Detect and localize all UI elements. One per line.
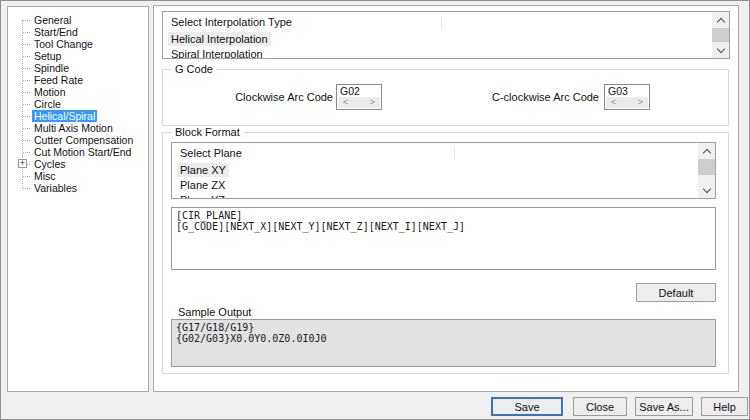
clockwise-arc-code-spinner[interactable]: G02 < > (336, 84, 382, 110)
expand-plus-icon[interactable]: + (18, 159, 27, 168)
default-button[interactable]: Default (636, 283, 716, 302)
tree-item-cycles[interactable]: + Cycles (8, 158, 148, 170)
spinner-next-icon[interactable]: > (370, 97, 375, 108)
category-tree-panel: General Start/End Tool Change Setup Spin… (7, 6, 149, 392)
scroll-down-icon[interactable] (712, 43, 729, 58)
sample-output-label: Sample Output (178, 306, 251, 318)
interpolation-list-header[interactable]: Select Interpolation Type (163, 12, 729, 32)
tree-item-cut-motion-start-end[interactable]: Cut Motion Start/End (8, 146, 148, 158)
tree-item-motion[interactable]: Motion (8, 86, 148, 98)
scrollbar-thumb[interactable] (712, 28, 729, 42)
list-item-plane-zx[interactable]: Plane ZX (172, 178, 715, 193)
cclockwise-arc-code-label: C-clockwise Arc Code (451, 91, 599, 103)
tree-item-circle[interactable]: Circle (8, 98, 148, 110)
list-item-plane-yz[interactable]: Plane YZ (172, 193, 715, 199)
gcode-group-label: G Code (171, 63, 217, 76)
tree-item-cutter-compensation[interactable]: Cutter Compensation (8, 134, 148, 146)
spinner-next-icon[interactable]: > (638, 97, 643, 108)
scrollbar-thumb[interactable] (698, 159, 715, 175)
list-item-plane-xy[interactable]: Plane XY (172, 163, 715, 178)
spinner-prev-icon[interactable]: < (611, 97, 616, 108)
list-item-spiral-interpolation[interactable]: Spiral Interpolation (163, 47, 729, 59)
tree-item-feed-rate[interactable]: Feed Rate (8, 74, 148, 86)
tree-item-setup[interactable]: Setup (8, 50, 148, 62)
block-format-group: Block Format Select Plane Plane XY Plane… (162, 132, 729, 374)
help-button[interactable]: Help (701, 397, 748, 416)
gcode-group: G Code Clockwise Arc Code G02 < > C-cloc… (162, 69, 729, 126)
tree-item-multi-axis-motion[interactable]: Multi Axis Motion (8, 122, 148, 134)
save-button[interactable]: Save (491, 397, 563, 416)
tree-item-spindle[interactable]: Spindle (8, 62, 148, 74)
header-column-divider[interactable] (441, 16, 442, 29)
scroll-up-icon[interactable] (712, 12, 729, 27)
list-item-helical-interpolation[interactable]: Helical Interpolation (163, 32, 729, 47)
clockwise-arc-code-value[interactable]: G02 (337, 85, 381, 97)
plane-list-scrollbar[interactable] (698, 143, 715, 198)
sample-output-box: {G17/G18/G19} {G02/G03}X0.0Y0.0Z0.0I0J0 (171, 319, 716, 367)
select-plane-header[interactable]: Select Plane (172, 143, 715, 163)
save-as-button[interactable]: Save As... (635, 397, 693, 416)
interpolation-scrollbar[interactable] (712, 12, 729, 58)
select-plane-list: Select Plane Plane XY Plane ZX Plane YZ (171, 142, 716, 199)
header-column-divider[interactable] (454, 147, 455, 160)
close-button[interactable]: Close (573, 397, 627, 416)
scroll-down-icon[interactable] (698, 183, 715, 198)
tree-item-helical-spiral[interactable]: Helical/Spiral (8, 110, 148, 122)
spinner-prev-icon[interactable]: < (343, 97, 348, 108)
postprocessor-settings-dialog: General Start/End Tool Change Setup Spin… (0, 0, 750, 420)
cclockwise-arc-code-spinner[interactable]: G03 < > (604, 84, 650, 110)
interpolation-type-list: Select Interpolation Type Helical Interp… (162, 11, 730, 59)
clockwise-arc-code-label: Clockwise Arc Code (183, 91, 333, 103)
tree-item-tool-change[interactable]: Tool Change (8, 38, 148, 50)
block-format-textarea[interactable]: [CIR_PLANE] [G_CODE][NEXT_X][NEXT_Y][NEX… (171, 207, 716, 270)
cclockwise-arc-code-value[interactable]: G03 (605, 85, 649, 97)
block-format-group-label: Block Format (171, 126, 244, 139)
scroll-up-icon[interactable] (698, 143, 715, 158)
tree-item-misc[interactable]: Misc (8, 170, 148, 182)
tree-item-general[interactable]: General (8, 14, 148, 26)
tree-item-start-end[interactable]: Start/End (8, 26, 148, 38)
settings-content-panel: Select Interpolation Type Helical Interp… (153, 5, 739, 392)
tree-item-variables[interactable]: Variables (8, 182, 148, 194)
